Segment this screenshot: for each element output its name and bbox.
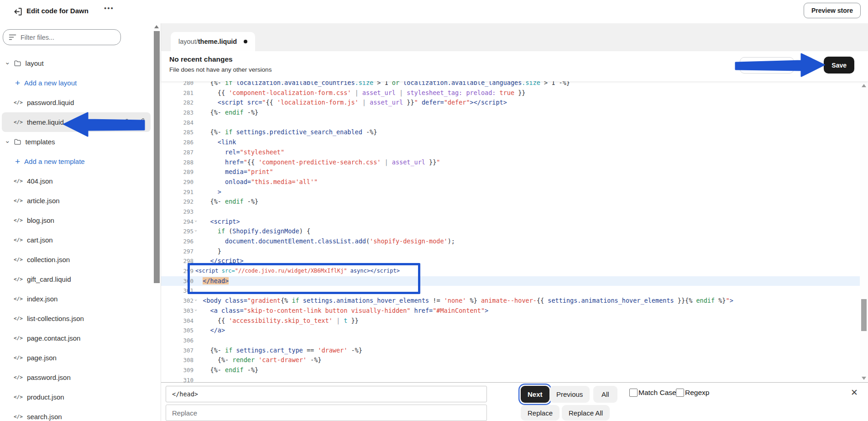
find-all-button[interactable]: All (593, 386, 617, 403)
scroll-down-arrow-icon[interactable] (862, 377, 866, 380)
sidebar-item-page.json[interactable]: </>page.json (0, 348, 151, 368)
sidebar-item-theme.liquid[interactable]: </>theme.liquid (2, 112, 151, 132)
code-line[interactable]: 300 </head> (161, 276, 860, 286)
regexp-label: Regexp (685, 389, 709, 397)
code-text: {%- if settings.predictive_search_enable… (195, 127, 377, 137)
close-icon[interactable]: ✕ (851, 387, 858, 398)
code-line[interactable]: 308 {%- render 'cart-drawer' -%} (161, 355, 860, 365)
code-line[interactable]: 302⌄ <body class="gradient{% if settings… (161, 296, 860, 306)
sidebar-item-search.json[interactable]: </>search.json (0, 407, 151, 421)
code-line[interactable]: 283 {%- endif -%} (161, 108, 860, 118)
code-line[interactable]: 281 {{ 'component-localization-form.css'… (161, 88, 860, 98)
editor-scrollbar[interactable] (859, 81, 868, 383)
checkbox-icon[interactable] (629, 389, 638, 397)
sidebar-item-page.contact.json[interactable]: </>page.contact.json (0, 328, 151, 348)
sidebar-item-cart.json[interactable]: </>cart.json (0, 230, 151, 250)
code-line[interactable]: 299<script src="//code.jivo.ru/widget/XB… (161, 266, 860, 276)
code-line[interactable]: 289 media="print" (161, 167, 860, 177)
sidebar-item-add-a-new-template[interactable]: +Add a new template (0, 152, 151, 171)
tab-strip: layout/theme.liquid (161, 23, 868, 51)
code-text: media="print" (195, 167, 273, 177)
replace-all-button[interactable]: Replace All (562, 405, 610, 421)
fold-chevron-icon[interactable]: ⌄ (194, 307, 197, 311)
code-line[interactable]: 305 </a> (161, 326, 860, 336)
code-line[interactable]: 286 <link (161, 137, 860, 147)
scroll-up-arrow-icon[interactable] (862, 84, 866, 87)
code-line[interactable]: 292 {%- endif -%} (161, 197, 860, 207)
trash-icon[interactable] (123, 118, 131, 127)
code-text: } (195, 247, 221, 257)
sidebar-item-templates[interactable]: ⌄templates (0, 132, 151, 152)
code-file-icon: </> (14, 178, 23, 184)
editor-scrollbar-thumb[interactable] (861, 299, 867, 331)
code-text: <body class="gradient{% if settings.anim… (195, 296, 733, 306)
fold-chevron-icon[interactable]: ⌄ (194, 227, 197, 232)
filter-files-field[interactable] (3, 29, 121, 45)
sidebar-item-product.json[interactable]: </>product.json (0, 387, 151, 407)
find-next-button[interactable]: Next (521, 386, 549, 403)
code-line[interactable]: 294⌄ <script> (161, 217, 860, 227)
sidebar-item-password.json[interactable]: </>password.json (0, 368, 151, 387)
exit-editor-icon[interactable] (13, 6, 24, 17)
item-label: Add a new template (24, 158, 85, 165)
code-line[interactable]: 284 (161, 118, 860, 128)
code-line[interactable]: 309 {%- endif -%} (161, 365, 860, 375)
code-line[interactable]: 291 > (161, 187, 860, 197)
sidebar-item-blog.json[interactable]: </>blog.json (0, 210, 151, 230)
sidebar-item-404.json[interactable]: </>404.json (0, 171, 151, 191)
code-line[interactable]: 290 onload="this.media='all'" (161, 177, 860, 187)
code-line[interactable]: 301 (161, 286, 860, 296)
code-text: </a> (195, 326, 225, 336)
code-line[interactable]: 297 } (161, 247, 860, 257)
replace-button[interactable]: Replace (521, 405, 559, 421)
chevron-down-icon[interactable]: ⌄ (5, 138, 10, 143)
code-text: onload="this.media='all'" (195, 177, 318, 187)
code-line[interactable]: 310 (161, 375, 860, 383)
code-text: {{ 'accessibility.skip_to_text' | t }} (195, 316, 359, 326)
code-line[interactable]: 285 {%- if settings.predictive_search_en… (161, 127, 860, 137)
replace-input[interactable] (166, 405, 487, 421)
format-liquid-button[interactable]: Format liquid (740, 57, 794, 74)
checkbox-icon[interactable] (676, 389, 684, 397)
filter-files-input[interactable] (20, 30, 117, 44)
fold-chevron-icon[interactable]: ⌄ (194, 297, 197, 301)
code-line[interactable]: 282 <script src="{{ 'localization-form.j… (161, 98, 860, 108)
scroll-up-arrow-icon[interactable] (154, 25, 159, 28)
preview-store-button[interactable]: Preview store (804, 3, 861, 18)
code-line[interactable]: 280 {%- if localization.available_countr… (161, 81, 860, 88)
find-previous-button[interactable]: Previous (549, 386, 590, 403)
sidebar-item-article.json[interactable]: </>article.json (0, 191, 151, 210)
sidebar-item-collection.json[interactable]: </>collection.json (0, 250, 151, 269)
code-line[interactable]: 295⌄ if (Shopify.designMode) { (161, 226, 860, 237)
save-button[interactable]: Save (824, 57, 854, 74)
sidebar-item-index.json[interactable]: </>index.json (0, 289, 151, 309)
item-label: layout (26, 59, 44, 67)
sidebar-scrollbar[interactable] (153, 23, 161, 421)
fold-chevron-icon[interactable]: ⌄ (194, 218, 197, 222)
sidebar-item-password.liquid[interactable]: </>password.liquid (0, 93, 151, 112)
pencil-icon[interactable] (137, 118, 145, 127)
find-input[interactable] (166, 386, 487, 402)
code-line[interactable]: 304 {{ 'accessibility.skip_to_text' | t … (161, 316, 860, 326)
sidebar-item-layout[interactable]: ⌄layout (0, 53, 151, 73)
code-line[interactable]: 288 href="{{ 'component-predictive-searc… (161, 158, 860, 168)
code-line[interactable]: 296 document.documentElement.classList.a… (161, 237, 860, 247)
overflow-menu-icon[interactable]: ••• (104, 4, 114, 12)
code-text: </head> (195, 276, 229, 286)
sidebar-item-add-a-new-layout[interactable]: +Add a new layout (0, 73, 151, 93)
code-line[interactable]: 293 (161, 207, 860, 217)
tab-theme-liquid[interactable]: layout/theme.liquid (171, 32, 255, 51)
code-line[interactable]: 298 </script> (161, 256, 860, 266)
code-line[interactable]: 303⌄ <a class="skip-to-content-link butt… (161, 306, 860, 316)
sidebar-scrollbar-thumb[interactable] (154, 31, 160, 283)
item-label: product.json (27, 393, 64, 401)
code-line[interactable]: 287 rel="stylesheet" (161, 147, 860, 158)
chevron-down-icon[interactable]: ⌄ (5, 60, 10, 64)
code-file-icon: </> (14, 119, 23, 125)
code-line[interactable]: 307 {%- if settings.cart_type == 'drawer… (161, 346, 860, 356)
code-line[interactable]: 306 (161, 336, 860, 346)
sidebar-item-list-collections.json[interactable]: </>list-collections.json (0, 309, 151, 328)
regexp-checkbox[interactable]: Regexp (676, 389, 709, 397)
sidebar-item-gift-card.liquid[interactable]: </>gift_card.liquid (0, 269, 151, 289)
match-case-checkbox[interactable]: Match Case (629, 389, 676, 397)
